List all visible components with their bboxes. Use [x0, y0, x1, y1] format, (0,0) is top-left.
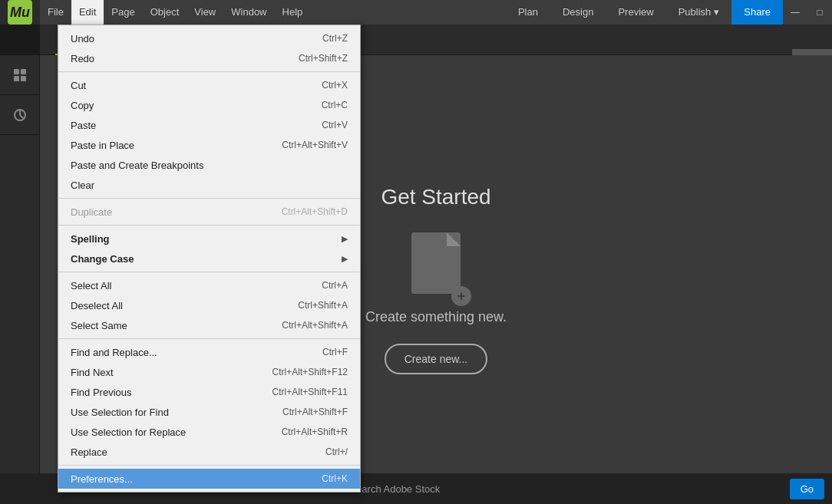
maximize-button[interactable]: □ — [807, 0, 832, 25]
preferences-label: Preferences... — [71, 473, 133, 485]
duplicate-label: Duplicate — [71, 206, 112, 218]
menu-item-spelling[interactable]: Spelling ▶ — [58, 229, 360, 249]
svg-line-8 — [20, 115, 23, 118]
svg-rect-3 — [21, 69, 26, 74]
paste-breakpoints-label: Paste and Create Breakpoints — [71, 160, 203, 171]
menu-page[interactable]: Page — [104, 0, 142, 25]
duplicate-shortcut: Ctrl+Alt+Shift+D — [282, 206, 348, 217]
menu-item-redo[interactable]: Redo Ctrl+Shift+Z — [58, 48, 360, 68]
menu-view[interactable]: View — [187, 0, 223, 25]
dropdown-section-preferences: Preferences... Ctrl+K — [58, 466, 360, 492]
left-sidebar — [0, 55, 40, 504]
top-bar-right: Plan Design Preview Publish ▾ Share — □ — [506, 0, 832, 25]
redo-label: Redo — [71, 53, 94, 64]
new-file-icon: + — [405, 232, 467, 301]
menu-item-select-all[interactable]: Select All Ctrl+A — [58, 275, 360, 295]
menu-item-paste[interactable]: Paste Ctrl+V — [58, 115, 360, 135]
menu-bar: Mu File Edit Page Object View Window Hel… — [0, 0, 832, 25]
dropdown-section-select: Select All Ctrl+A Deselect All Ctrl+Shif… — [58, 272, 360, 339]
copy-label: Copy — [71, 100, 94, 111]
nav-preview[interactable]: Preview — [606, 0, 665, 25]
minimize-button[interactable]: — — [783, 0, 807, 25]
replace-label: Replace — [71, 446, 107, 458]
menu-item-select-same[interactable]: Select Same Ctrl+Alt+Shift+A — [58, 315, 360, 335]
paste-label: Paste — [71, 120, 96, 131]
sidebar-icon-1 — [12, 67, 28, 84]
menu-item-paste-in-place[interactable]: Paste in Place Ctrl+Alt+Shift+V — [58, 135, 360, 155]
menu-help[interactable]: Help — [275, 0, 311, 25]
menu-item-use-selection-replace[interactable]: Use Selection for Replace Ctrl+Alt+Shift… — [58, 422, 360, 442]
edit-dropdown[interactable]: Undo Ctrl+Z Redo Ctrl+Shift+Z Cut Ctrl+X… — [58, 25, 361, 492]
change-case-label: Change Case — [71, 253, 134, 265]
menu-edit[interactable]: Edit — [71, 0, 104, 25]
window-controls: — □ — [783, 0, 832, 25]
use-selection-find-shortcut: Ctrl+Alt+Shift+F — [282, 407, 348, 417]
sidebar-item-2[interactable] — [0, 95, 40, 135]
find-previous-shortcut: Ctrl+Alt+Shift+F11 — [272, 387, 348, 397]
spelling-arrow: ▶ — [342, 234, 348, 244]
go-button[interactable]: Go — [790, 479, 824, 499]
deselect-all-label: Deselect All — [71, 300, 123, 311]
select-same-shortcut: Ctrl+Alt+Shift+A — [282, 320, 348, 331]
get-started-title: Get Started — [365, 185, 507, 209]
nav-plan[interactable]: Plan — [506, 0, 550, 25]
copy-shortcut: Ctrl+C — [322, 100, 348, 110]
create-something-text: Create something new. — [365, 309, 507, 325]
menu-item-find-replace[interactable]: Find and Replace... Ctrl+F — [58, 342, 360, 362]
use-selection-replace-shortcut: Ctrl+Alt+Shift+R — [282, 427, 348, 437]
select-all-label: Select All — [71, 280, 111, 292]
cut-label: Cut — [71, 80, 86, 91]
menu-object[interactable]: Object — [143, 0, 187, 25]
dropdown-section-clipboard: Cut Ctrl+X Copy Ctrl+C Paste Ctrl+V Past… — [58, 72, 360, 199]
select-same-label: Select Same — [71, 320, 127, 331]
second-bar-left — [0, 25, 40, 55]
sidebar-item-1[interactable] — [0, 55, 40, 95]
dropdown-section-find: Find and Replace... Ctrl+F Find Next Ctr… — [58, 339, 360, 466]
dropdown-section-duplicate: Duplicate Ctrl+Alt+Shift+D — [58, 199, 360, 226]
menu-item-preferences[interactable]: Preferences... Ctrl+K — [58, 469, 360, 489]
menu-window[interactable]: Window — [223, 0, 274, 25]
menu-item-find-previous[interactable]: Find Previous Ctrl+Alt+Shift+F11 — [58, 382, 360, 402]
redo-shortcut: Ctrl+Shift+Z — [299, 53, 348, 64]
select-all-shortcut: Ctrl+A — [322, 280, 348, 291]
menu-item-replace[interactable]: Replace Ctrl+/ — [58, 442, 360, 462]
change-case-arrow: ▶ — [342, 254, 348, 264]
undo-label: Undo — [71, 33, 94, 44]
nav-design[interactable]: Design — [550, 0, 606, 25]
menu-item-copy[interactable]: Copy Ctrl+C — [58, 95, 360, 115]
deselect-all-shortcut: Ctrl+Shift+A — [298, 300, 348, 311]
app-logo-area: Mu — [0, 0, 40, 25]
undo-shortcut: Ctrl+Z — [322, 33, 348, 44]
dropdown-section-text: Spelling ▶ Change Case ▶ — [58, 226, 360, 272]
menu-item-clear[interactable]: Clear — [58, 175, 360, 195]
menu-item-paste-breakpoints[interactable]: Paste and Create Breakpoints — [58, 155, 360, 175]
create-new-button[interactable]: Create new... — [385, 344, 488, 374]
use-selection-replace-label: Use Selection for Replace — [71, 427, 186, 438]
menu-file[interactable]: File — [40, 0, 71, 25]
plus-badge: + — [451, 286, 471, 306]
paste-in-place-label: Paste in Place — [71, 140, 134, 151]
menu-item-duplicate[interactable]: Duplicate Ctrl+Alt+Shift+D — [58, 202, 360, 222]
menu-item-use-selection-find[interactable]: Use Selection for Find Ctrl+Alt+Shift+F — [58, 402, 360, 422]
find-previous-label: Find Previous — [71, 387, 131, 398]
publish-dropdown-icon: ▾ — [714, 0, 719, 25]
menu-item-cut[interactable]: Cut Ctrl+X — [58, 75, 360, 95]
sidebar-icon-2 — [12, 107, 28, 124]
use-selection-find-label: Use Selection for Find — [71, 407, 169, 418]
find-next-label: Find Next — [71, 367, 114, 378]
cut-shortcut: Ctrl+X — [322, 80, 348, 91]
dropdown-section-undoredo: Undo Ctrl+Z Redo Ctrl+Shift+Z — [58, 25, 360, 72]
menu-item-find-next[interactable]: Find Next Ctrl+Alt+Shift+F12 — [58, 362, 360, 382]
mu-logo: Mu — [8, 0, 32, 25]
publish-label: Publish — [678, 0, 711, 25]
svg-rect-2 — [14, 69, 19, 74]
get-started-panel: Get Started + Create something new. Crea… — [365, 185, 507, 374]
find-replace-label: Find and Replace... — [71, 347, 157, 358]
menu-item-change-case[interactable]: Change Case ▶ — [58, 249, 360, 268]
file-shape — [411, 232, 461, 294]
nav-publish[interactable]: Publish ▾ — [666, 0, 732, 25]
menu-item-undo[interactable]: Undo Ctrl+Z — [58, 28, 360, 48]
menu-item-deselect-all[interactable]: Deselect All Ctrl+Shift+A — [58, 295, 360, 315]
paste-shortcut: Ctrl+V — [322, 120, 348, 130]
nav-share[interactable]: Share — [731, 0, 783, 25]
